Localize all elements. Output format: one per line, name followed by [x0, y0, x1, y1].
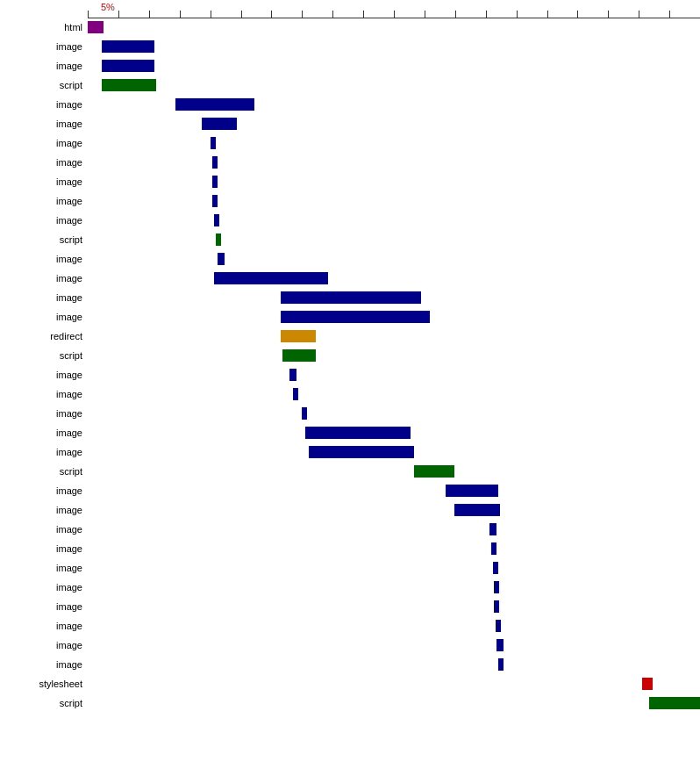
- row-bar-area: [88, 674, 700, 693]
- bar: [414, 465, 454, 478]
- row-bar-area: [88, 95, 700, 114]
- row-bar-area: [88, 558, 700, 578]
- row-label: script: [0, 350, 88, 361]
- row-bar-area: [88, 307, 700, 327]
- row-bar-area: [88, 153, 700, 172]
- table-row: image: [0, 191, 700, 211]
- table-row: image: [0, 655, 700, 674]
- table-row: image: [0, 211, 700, 230]
- bar: [202, 118, 237, 130]
- row-label: image: [0, 447, 88, 457]
- bar: [175, 98, 254, 111]
- row-bar-area: [88, 230, 700, 249]
- bar: [491, 542, 496, 555]
- row-label: image: [0, 312, 88, 322]
- row-bar-area: [88, 269, 700, 288]
- table-row: image: [0, 558, 700, 578]
- row-label: script: [0, 80, 88, 90]
- row-label: image: [0, 215, 88, 226]
- row-bar-area: [88, 597, 700, 616]
- table-row: image: [0, 597, 700, 616]
- row-label: image: [0, 640, 88, 650]
- row-label: image: [0, 99, 88, 110]
- bar: [293, 388, 298, 400]
- row-label: image: [0, 61, 88, 71]
- bar: [212, 195, 218, 207]
- table-row: image: [0, 500, 700, 520]
- bar: [214, 214, 219, 226]
- bar: [498, 658, 504, 671]
- bar: [218, 253, 225, 265]
- table-row: script: [0, 693, 700, 713]
- row-bar-area: [88, 288, 700, 307]
- table-row: image: [0, 365, 700, 384]
- table-row: image: [0, 56, 700, 75]
- bar: [454, 504, 500, 516]
- row-label: image: [0, 370, 88, 380]
- table-row: image: [0, 539, 700, 558]
- table-row: script: [0, 462, 700, 481]
- bar: [496, 639, 504, 651]
- row-label: image: [0, 621, 88, 631]
- bar: [282, 349, 316, 362]
- row-bar-area: [88, 442, 700, 462]
- row-bar-area: [88, 346, 700, 365]
- row-bar-area: [88, 655, 700, 674]
- table-row: image: [0, 423, 700, 442]
- row-label: image: [0, 292, 88, 303]
- table-row: image: [0, 153, 700, 172]
- row-bar-area: [88, 114, 700, 133]
- bar: [211, 137, 216, 149]
- table-row: image: [0, 307, 700, 327]
- row-bar-area: [88, 191, 700, 211]
- table-row: image: [0, 578, 700, 597]
- rows-area: htmlimageimagescriptimageimageimageimage…: [0, 18, 700, 783]
- row-bar-area: [88, 404, 700, 423]
- row-bar-area: [88, 327, 700, 346]
- row-label: image: [0, 41, 88, 52]
- row-bar-area: [88, 500, 700, 520]
- table-row: image: [0, 520, 700, 539]
- row-label: image: [0, 601, 88, 612]
- row-bar-area: [88, 423, 700, 442]
- row-bar-area: [88, 75, 700, 95]
- bar: [493, 562, 498, 574]
- row-label: image: [0, 157, 88, 168]
- table-row: script: [0, 75, 700, 95]
- row-bar-area: [88, 18, 700, 37]
- table-row: image: [0, 133, 700, 153]
- row-bar-area: [88, 462, 700, 481]
- row-bar-area: [88, 539, 700, 558]
- table-row: image: [0, 636, 700, 655]
- row-bar-area: [88, 133, 700, 153]
- row-label: script: [0, 234, 88, 245]
- row-bar-area: [88, 693, 700, 713]
- table-row: image: [0, 37, 700, 56]
- bar: [281, 330, 316, 342]
- bar: [642, 678, 653, 690]
- bar: [305, 427, 411, 439]
- bar: [494, 600, 499, 613]
- table-row: html: [0, 18, 700, 37]
- row-label: image: [0, 659, 88, 670]
- table-row: image: [0, 95, 700, 114]
- table-row: script: [0, 346, 700, 365]
- bar: [281, 291, 421, 304]
- table-row: image: [0, 114, 700, 133]
- row-bar-area: [88, 37, 700, 56]
- table-row: image: [0, 269, 700, 288]
- bar: [302, 407, 307, 420]
- row-label: image: [0, 273, 88, 284]
- table-row: script: [0, 230, 700, 249]
- table-row: stylesheet: [0, 674, 700, 693]
- row-label: image: [0, 119, 88, 129]
- row-bar-area: [88, 616, 700, 636]
- row-bar-area: [88, 56, 700, 75]
- bar: [102, 79, 156, 91]
- table-row: image: [0, 442, 700, 462]
- row-label: image: [0, 389, 88, 399]
- bar: [216, 233, 221, 246]
- row-label: image: [0, 563, 88, 573]
- row-bar-area: [88, 365, 700, 384]
- table-row: image: [0, 288, 700, 307]
